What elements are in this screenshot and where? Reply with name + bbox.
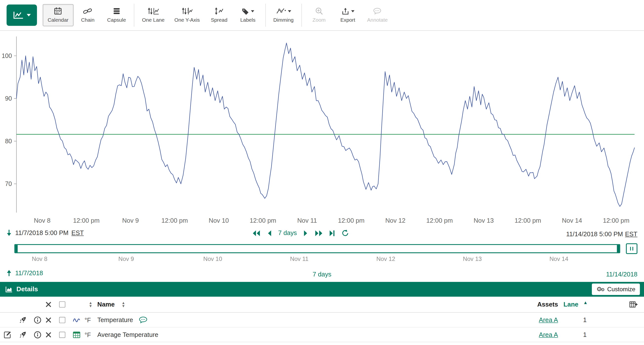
column-header-lane[interactable]: Lane (564, 301, 578, 308)
slider-right-handle[interactable] (617, 245, 619, 252)
chevron-down-icon (288, 10, 291, 12)
remove-item-icon[interactable] (46, 332, 51, 337)
annotate-icon (373, 7, 382, 16)
slider-day-label: Nov 12 (376, 256, 395, 262)
temperature-signal-line[interactable] (16, 43, 634, 206)
toolbar-chain-button[interactable]: Chain (73, 4, 102, 26)
item-name[interactable]: Temperature (97, 316, 133, 324)
investigate-duration[interactable]: 7 days (313, 271, 332, 278)
trend-view-button[interactable] (7, 4, 37, 26)
annotation-bubble-icon[interactable] (139, 316, 147, 324)
remove-all-icon[interactable] (46, 302, 51, 307)
y-axis-label: 100 (2, 52, 12, 59)
x-axis-label: Nov 13 (474, 217, 494, 224)
select-all-checkbox[interactable] (59, 301, 66, 308)
asset-link[interactable]: Area A (539, 316, 558, 324)
dimming-icon (276, 7, 286, 15)
toolbar-chain-label: Chain (81, 17, 94, 23)
sort-ascending-icon[interactable]: ▲ (583, 300, 588, 305)
x-axis-label: 12:00 pm (73, 217, 100, 224)
zoom-icon (315, 7, 323, 16)
toolbar-dimming-button[interactable]: Dimming (268, 4, 298, 26)
spread-icon (214, 7, 224, 16)
sort-name-toggle[interactable]: ▲▼ (122, 301, 126, 308)
slider-left-handle[interactable] (15, 245, 18, 252)
step-back-button[interactable] (252, 230, 260, 237)
toolbar-annotate-button: Annotate (362, 4, 392, 26)
investigate-end-date[interactable]: 11/14/2018 (606, 271, 637, 278)
item-info-icon[interactable] (34, 331, 42, 339)
display-start-timezone-link[interactable]: EST (71, 229, 84, 237)
pan-right-button[interactable] (303, 230, 308, 237)
capsule-time-icon (112, 7, 120, 16)
display-end-timezone-link[interactable]: EST (625, 231, 637, 238)
item-info-icon[interactable] (34, 316, 42, 324)
one-y-axis-icon (182, 7, 193, 16)
pan-left-button[interactable] (266, 230, 272, 237)
slider-day-label: Nov 8 (32, 256, 48, 262)
edit-journal-icon[interactable] (3, 331, 11, 339)
toolbar-labels-label: Labels (240, 17, 256, 23)
go-to-end-button[interactable] (329, 230, 335, 237)
column-header-assets[interactable]: Assets (537, 301, 558, 308)
asset-swap-rocket-icon[interactable] (19, 331, 27, 339)
toolbar-spread-button[interactable]: Spread (205, 4, 233, 26)
x-axis-label: 12:00 pm (250, 217, 276, 224)
step-forward-button[interactable] (314, 230, 322, 237)
toolbar-one-lane-button[interactable]: One Lane (137, 4, 169, 26)
toolbar-spread-label: Spread (211, 17, 227, 23)
toolbar: Calendar Chain Capsule One Lane On (0, 0, 644, 31)
details-panel-title: Details (16, 286, 38, 293)
remove-item-icon[interactable] (46, 317, 51, 323)
toolbar-calendar-button[interactable]: Calendar (43, 4, 73, 26)
sort-type-toggle[interactable]: ▲▼ (88, 301, 92, 308)
customize-label: Customize (607, 286, 635, 293)
details-row-average-temperature: °F Average Temperature Area A 1 (0, 328, 644, 342)
signal-wave-icon (73, 317, 81, 323)
details-table-header: ▲▼ Name ▲▼ Assets Lane ▲ (0, 297, 644, 313)
y-axis-label: 80 (5, 138, 12, 144)
range-start-arrow-icon (6, 229, 12, 237)
column-header-name[interactable]: Name (97, 301, 114, 308)
toolbar-zoom-label: Zoom (312, 17, 326, 23)
trend-chart-svg[interactable]: 708090100Nov 812:00 pmNov 912:00 pmNov 1… (0, 31, 644, 228)
x-axis-label: Nov 9 (122, 217, 139, 224)
add-column-icon[interactable] (629, 301, 638, 308)
toolbar-export-button[interactable]: Export (334, 4, 362, 26)
toolbar-zoom-button: Zoom (304, 4, 333, 26)
slider-resize-button[interactable] (626, 243, 638, 254)
lane-value: 1 (579, 316, 591, 324)
item-name[interactable]: Average Temperature (97, 331, 158, 338)
x-axis-label: Nov 14 (562, 217, 582, 224)
display-duration[interactable]: 7 days (278, 229, 297, 237)
toolbar-labels-button[interactable]: Labels (234, 4, 262, 26)
x-axis-label: Nov 8 (34, 217, 50, 224)
auto-update-button[interactable] (341, 229, 349, 237)
asset-swap-rocket-icon[interactable] (19, 316, 27, 324)
display-end-date[interactable]: 11/14/2018 5:00 PM (566, 231, 623, 238)
chevron-down-icon (27, 14, 31, 16)
chain-icon (83, 7, 92, 16)
toolbar-export-label: Export (340, 17, 355, 23)
unit-label: °F (85, 331, 91, 338)
row-checkbox[interactable] (59, 317, 66, 323)
investigate-start-date[interactable]: 11/7/2018 (15, 269, 43, 277)
trend-chart[interactable]: 708090100Nov 812:00 pmNov 912:00 pmNov 1… (0, 31, 644, 228)
toolbar-calendar-label: Calendar (48, 17, 68, 23)
toolbar-capsule-button[interactable]: Capsule (102, 4, 131, 26)
x-axis-label: Nov 11 (297, 217, 317, 224)
gears-icon: ⚙⚙ (596, 286, 605, 293)
slider-track[interactable] (14, 244, 620, 253)
asset-link[interactable]: Area A (539, 331, 558, 338)
trend-chart-icon (13, 11, 24, 19)
row-checkbox[interactable] (59, 332, 66, 338)
slider-day-label: Nov 14 (550, 256, 568, 262)
slider-day-label: Nov 10 (203, 256, 222, 262)
toolbar-one-y-axis-button[interactable]: One Y-Axis (170, 4, 205, 26)
x-axis-label: 12:00 pm (603, 217, 630, 224)
toolbar-one-y-axis-label: One Y-Axis (174, 17, 200, 23)
toolbar-separator (302, 4, 302, 27)
customize-button[interactable]: ⚙⚙ Customize (592, 284, 640, 295)
toolbar-separator (265, 4, 266, 27)
display-start-date[interactable]: 11/7/2018 5:00 PM (15, 229, 68, 237)
